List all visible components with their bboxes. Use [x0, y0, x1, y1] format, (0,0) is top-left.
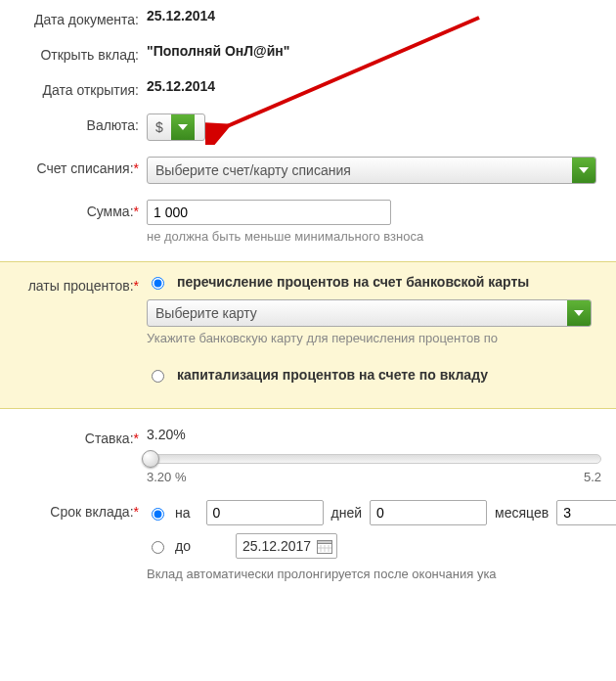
slider-thumb[interactable]: [142, 450, 159, 468]
currency-label: Валюта:: [0, 114, 147, 133]
currency-selected: $: [148, 114, 171, 140]
term-for-label: на: [175, 505, 191, 521]
currency-select[interactable]: $: [147, 114, 205, 141]
term-until-radio[interactable]: [152, 541, 164, 554]
term-for-radio[interactable]: [152, 508, 164, 521]
open-date-label: Дата открытия:: [0, 78, 147, 98]
rate-min: 3.20 %: [147, 470, 186, 484]
dropdown-arrow-icon: [572, 158, 595, 183]
interest-card-placeholder: Выберите карту: [148, 300, 567, 326]
term-months-label: месяцев: [495, 505, 549, 521]
term-hint: Вклад автоматически пролонгируется после…: [147, 567, 616, 581]
doc-date-value: 25.12.2014: [147, 8, 616, 23]
interest-transfer-radio[interactable]: [152, 277, 164, 290]
rate-slider[interactable]: 3.20 % 5.2: [147, 454, 601, 484]
deposit-label: Открыть вклад:: [0, 43, 147, 63]
interest-transfer-label[interactable]: перечисление процентов на счет банковско…: [177, 274, 529, 290]
interest-card-select[interactable]: Выберите карту: [147, 299, 592, 327]
debit-account-select[interactable]: Выберите счет/карту списания: [147, 157, 596, 184]
calendar-icon[interactable]: [317, 539, 332, 554]
amount-label: Сумма:*: [0, 200, 147, 219]
dropdown-arrow-icon: [567, 300, 591, 326]
term-until-date-value: 25.12.2017: [242, 538, 311, 554]
svg-rect-2: [318, 540, 332, 543]
interest-label: латы процентов:*: [0, 274, 147, 294]
term-days-input[interactable]: [206, 500, 324, 525]
interest-card-hint: Укажите банковскую карту для перечислени…: [147, 331, 616, 345]
term-days-label: дней: [331, 505, 363, 521]
amount-input[interactable]: [147, 200, 391, 225]
doc-date-label: Дата документа:: [0, 8, 147, 27]
rate-value: 3.20%: [147, 427, 616, 442]
deposit-value: "Пополняй ОнЛ@йн": [147, 43, 616, 59]
term-months-input[interactable]: [370, 500, 487, 525]
dropdown-arrow-icon: [171, 114, 195, 140]
term-years-input[interactable]: [556, 500, 616, 525]
open-date-value: 25.12.2014: [147, 78, 616, 94]
debit-account-label: Счет списания:*: [0, 157, 147, 176]
interest-capitalize-radio[interactable]: [152, 370, 164, 383]
term-until-date-input[interactable]: 25.12.2017: [236, 533, 337, 559]
rate-label: Ставка:*: [0, 427, 147, 446]
term-label: Срок вклада:*: [0, 500, 147, 520]
debit-account-placeholder: Выберите счет/карту списания: [148, 158, 572, 183]
interest-capitalize-label[interactable]: капитализация процентов на счете по вкла…: [177, 367, 488, 383]
term-until-label: до: [175, 538, 191, 554]
amount-hint: не должна быть меньше минимального взнос…: [147, 229, 616, 244]
rate-max: 5.2: [584, 470, 601, 484]
